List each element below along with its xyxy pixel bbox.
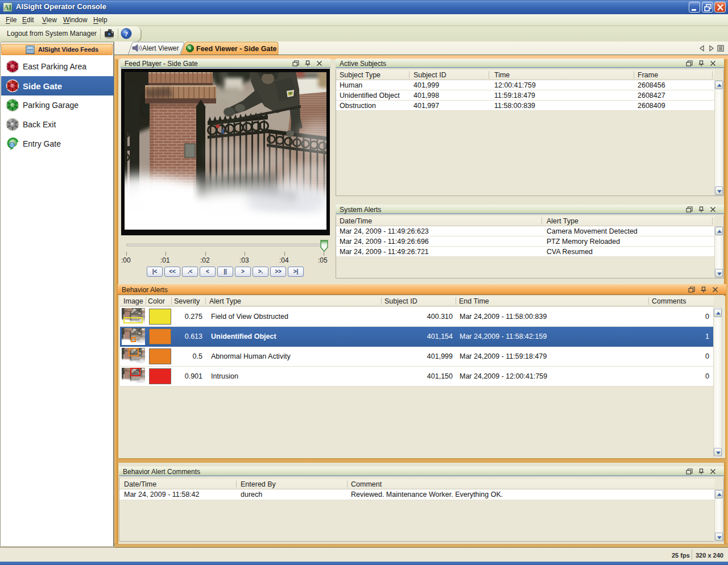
svg-text:Feed Viewer - Side Gate: Feed Viewer - Side Gate [196, 45, 277, 53]
svg-text:?: ? [125, 30, 129, 38]
svg-text:Alert Viewer: Alert Viewer [142, 44, 179, 52]
